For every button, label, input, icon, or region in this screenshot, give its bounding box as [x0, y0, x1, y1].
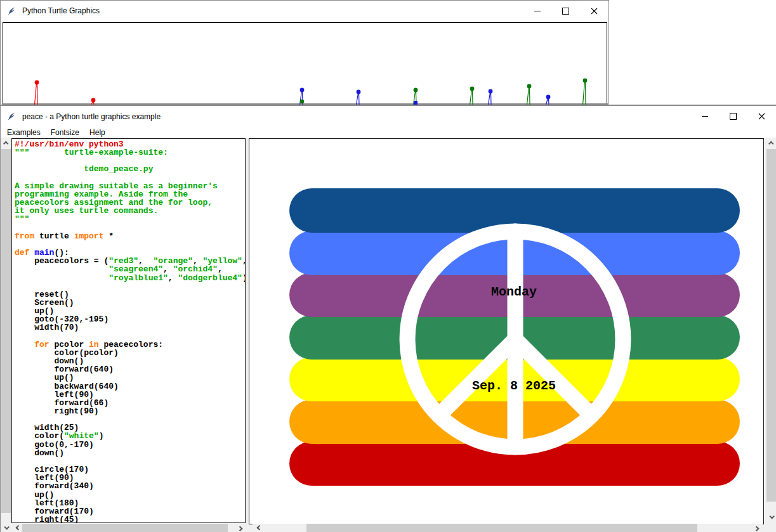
chevron-left-icon [256, 525, 261, 530]
source-code-text: #!/usr/bin/env python3""" turtle-example… [15, 140, 245, 523]
chevron-left-icon [15, 525, 20, 530]
turtle-graphics-window: Python Turtle Graphics [0, 0, 609, 109]
scrollbar-thumb[interactable] [766, 149, 776, 502]
turtle-figure [489, 89, 493, 105]
figure-head-dot [489, 89, 493, 94]
close-button[interactable] [747, 106, 776, 127]
figure-head-dot [414, 88, 418, 93]
code-line: """ [15, 215, 245, 223]
close-icon [758, 113, 765, 120]
code-line: from turtle import * [15, 232, 245, 240]
turtle-output-canvas: MondaySep. 8 2025 [249, 138, 764, 524]
figure-head-dot [357, 90, 361, 94]
maximize-button[interactable] [551, 1, 580, 21]
chevron-right-icon [237, 526, 242, 531]
figure-head-dot [35, 81, 39, 85]
peace-example-window: peace - a Python turtle graphics example… [0, 105, 776, 532]
code-line: tdemo_peace.py [15, 165, 245, 173]
turtle-figure [583, 79, 588, 105]
maximize-icon [730, 113, 737, 120]
peace-window-title: peace - a Python turtle graphics example [22, 112, 161, 121]
peace-window-titlebar[interactable]: peace - a Python turtle graphics example [1, 106, 776, 127]
chevron-up-icon [768, 141, 773, 146]
turtle-window-titlebar[interactable]: Python Turtle Graphics [1, 1, 608, 21]
scroll-right-arrow[interactable] [235, 524, 245, 532]
code-vertical-scrollbar [1, 138, 11, 532]
scroll-left-arrow[interactable] [13, 524, 22, 532]
figure-head-dot [546, 95, 551, 100]
menu-help[interactable]: Help [84, 127, 110, 138]
code-line: it only uses turtle commands. [15, 207, 245, 215]
chevron-right-icon [754, 526, 759, 531]
figure-head-dot [300, 88, 305, 93]
code-horizontal-scrollbar [11, 524, 246, 532]
turtle-window-title: Python Turtle Graphics [22, 6, 100, 15]
chevron-down-icon [4, 524, 9, 529]
figure-base-marker [300, 100, 304, 103]
scrollbar-thumb[interactable] [22, 524, 228, 532]
turtle-window-controls [523, 1, 608, 21]
figure-head-dot [527, 84, 532, 89]
peace-window-controls [690, 106, 776, 127]
turtle-figure [414, 88, 418, 105]
scroll-right-arrow[interactable] [752, 524, 761, 532]
menu-examples[interactable]: Examples [2, 127, 46, 138]
maximize-button[interactable] [719, 106, 747, 127]
figure-head-dot [470, 87, 475, 91]
turtle-figure [470, 87, 475, 105]
turtle-figure [357, 90, 361, 105]
source-code-pane[interactable]: #!/usr/bin/env python3""" turtle-example… [11, 138, 246, 523]
canvas-horizontal-scrollbar [253, 524, 763, 532]
maximize-icon [562, 8, 569, 15]
code-line: right(90) [15, 407, 245, 415]
close-icon [591, 8, 598, 15]
minimize-button[interactable] [523, 1, 551, 21]
code-line: down() [15, 449, 245, 457]
code-line: "royalblue1", "dodgerblue4") [15, 274, 245, 282]
peace-drawing: MondaySep. 8 2025 [249, 139, 763, 524]
code-line: width(70) [15, 323, 245, 332]
date-text: Sep. 8 2025 [472, 379, 556, 393]
scroll-up-arrow[interactable] [1, 138, 11, 148]
code-line: """ turtle-example-suite: [15, 148, 245, 157]
scrollbar-thumb[interactable] [306, 524, 697, 532]
chevron-down-icon [769, 514, 774, 519]
scroll-up-arrow[interactable] [766, 138, 776, 148]
minimize-button[interactable] [690, 106, 719, 127]
tk-feather-icon [7, 6, 16, 16]
figure-head-dot [583, 79, 588, 83]
turtle-figures-drawing [3, 23, 608, 109]
close-button[interactable] [580, 1, 608, 21]
scroll-left-arrow[interactable] [254, 524, 263, 532]
scroll-down-arrow[interactable] [1, 522, 11, 532]
turtle-figure [546, 95, 551, 105]
weekday-text: Monday [491, 285, 537, 299]
code-line: right(45) [15, 516, 245, 523]
scroll-down-arrow[interactable] [766, 512, 776, 521]
minimize-icon [534, 11, 541, 11]
menubar: ExamplesFontsizeHelp [1, 127, 776, 138]
figure-head-dot [91, 98, 96, 103]
turtle-figure [35, 81, 39, 105]
peace-window-content: #!/usr/bin/env python3""" turtle-example… [1, 138, 776, 532]
scrollbar-thumb[interactable] [1, 149, 11, 513]
turtle-figure [527, 84, 532, 105]
turtle-figure [300, 88, 305, 105]
menu-fontsize[interactable]: Fontsize [46, 127, 84, 138]
chevron-up-icon [3, 141, 8, 146]
tk-feather-icon [7, 112, 16, 121]
minimize-icon [702, 116, 708, 117]
turtle-drawing-canvas [3, 22, 607, 110]
canvas-vertical-scrollbar [766, 138, 776, 521]
